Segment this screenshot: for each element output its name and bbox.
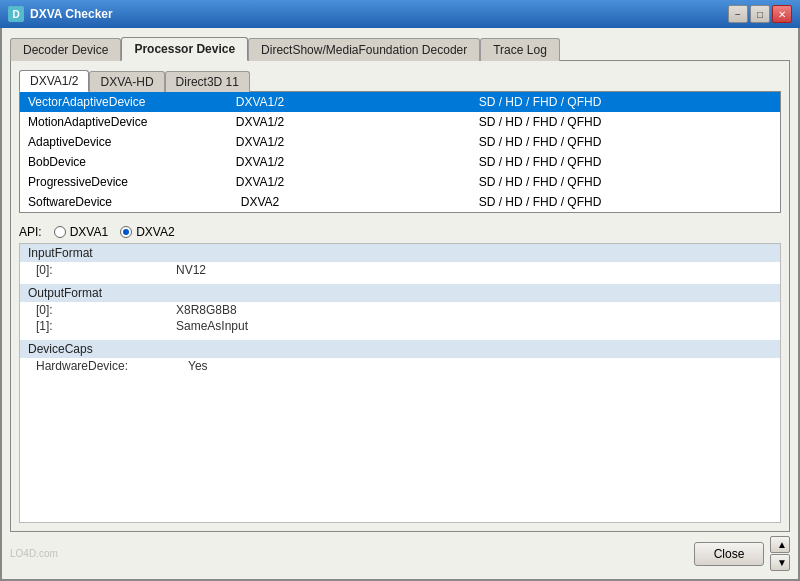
main-window: Decoder Device Processor Device DirectSh… xyxy=(0,28,800,581)
section-header-outputformat: OutputFormat xyxy=(20,284,780,302)
title-bar: D DXVA Checker − □ ✕ xyxy=(0,0,800,28)
api-dxva2-label: DXVA2 xyxy=(136,225,174,239)
row-label: [1]: xyxy=(36,319,116,333)
device-table-row[interactable]: ProgressiveDevice DXVA1/2 SD / HD / FHD … xyxy=(20,172,780,192)
api-row: API: DXVA1 DXVA2 xyxy=(19,221,781,243)
device-table-row[interactable]: AdaptiveDevice DXVA1/2 SD / HD / FHD / Q… xyxy=(20,132,780,152)
device-api: DXVA1/2 xyxy=(220,112,300,132)
device-name: SoftwareDevice xyxy=(20,192,220,212)
section-header-devicecaps: DeviceCaps xyxy=(20,340,780,358)
device-name: VectorAdaptiveDevice xyxy=(20,92,220,112)
device-name: BobDevice xyxy=(20,152,220,172)
app-icon: D xyxy=(8,6,24,22)
device-api: DXVA1/2 xyxy=(220,92,300,112)
device-formats: SD / HD / FHD / QFHD xyxy=(300,192,780,212)
tab-directshow[interactable]: DirectShow/MediaFoundation Decoder xyxy=(248,38,480,61)
device-table-row[interactable]: SoftwareDevice DXVA2 SD / HD / FHD / QFH… xyxy=(20,192,780,212)
inner-tab-dxvahd[interactable]: DXVA-HD xyxy=(89,71,164,92)
device-formats: SD / HD / FHD / QFHD xyxy=(300,92,780,112)
row-value: SameAsInput xyxy=(176,319,248,333)
device-name: ProgressiveDevice xyxy=(20,172,220,192)
device-api: DXVA1/2 xyxy=(220,152,300,172)
row-label: HardwareDevice: xyxy=(36,359,128,373)
device-table-row[interactable]: VectorAdaptiveDevice DXVA1/2 SD / HD / F… xyxy=(20,92,780,112)
tab-processor-device[interactable]: Processor Device xyxy=(121,37,248,61)
api-dxva1-label: DXVA1 xyxy=(70,225,108,239)
scroll-up-button[interactable]: ▲ xyxy=(770,536,790,553)
radio-dxva2[interactable] xyxy=(120,226,132,238)
section-row: [1]: SameAsInput xyxy=(20,318,780,334)
device-table-row[interactable]: MotionAdaptiveDevice DXVA1/2 SD / HD / F… xyxy=(20,112,780,132)
row-label: [0]: xyxy=(36,303,116,317)
section-row: HardwareDevice: Yes xyxy=(20,358,780,374)
section-header-inputformat: InputFormat xyxy=(20,244,780,262)
api-dxva1-group[interactable]: DXVA1 xyxy=(54,225,108,239)
device-api: DXVA1/2 xyxy=(220,132,300,152)
top-tab-bar: Decoder Device Processor Device DirectSh… xyxy=(10,36,790,60)
watermark: LO4D.com xyxy=(10,548,688,559)
device-formats: SD / HD / FHD / QFHD xyxy=(300,132,780,152)
radio-dxva1[interactable] xyxy=(54,226,66,238)
inner-tab-dxva12[interactable]: DXVA1/2 xyxy=(19,70,89,92)
device-formats: SD / HD / FHD / QFHD xyxy=(300,152,780,172)
device-formats: SD / HD / FHD / QFHD xyxy=(300,172,780,192)
section-row: [0]: NV12 xyxy=(20,262,780,278)
title-bar-text: DXVA Checker xyxy=(30,7,728,21)
info-scroll-area[interactable]: InputFormat [0]: NV12 OutputFormat [0]: … xyxy=(19,243,781,523)
inner-tab-direct3d11[interactable]: Direct3D 11 xyxy=(165,71,250,92)
api-dxva2-group[interactable]: DXVA2 xyxy=(120,225,174,239)
device-api: DXVA2 xyxy=(220,192,300,212)
device-table-container: VectorAdaptiveDevice DXVA1/2 SD / HD / F… xyxy=(19,91,781,213)
tab-trace-log[interactable]: Trace Log xyxy=(480,38,560,61)
bottom-bar: LO4D.com Close ▲ ▼ xyxy=(10,532,790,571)
tab-decoder-device[interactable]: Decoder Device xyxy=(10,38,121,61)
row-label: [0]: xyxy=(36,263,116,277)
close-button[interactable]: Close xyxy=(694,542,764,566)
row-value: NV12 xyxy=(176,263,206,277)
device-api: DXVA1/2 xyxy=(220,172,300,192)
close-window-button[interactable]: ✕ xyxy=(772,5,792,23)
api-label: API: xyxy=(19,225,42,239)
section-row: [0]: X8R8G8B8 xyxy=(20,302,780,318)
device-table: VectorAdaptiveDevice DXVA1/2 SD / HD / F… xyxy=(20,92,780,212)
device-table-row[interactable]: BobDevice DXVA1/2 SD / HD / FHD / QFHD xyxy=(20,152,780,172)
row-value: X8R8G8B8 xyxy=(176,303,237,317)
maximize-button[interactable]: □ xyxy=(750,5,770,23)
row-value: Yes xyxy=(188,359,208,373)
device-name: AdaptiveDevice xyxy=(20,132,220,152)
minimize-button[interactable]: − xyxy=(728,5,748,23)
device-name: MotionAdaptiveDevice xyxy=(20,112,220,132)
title-bar-buttons: − □ ✕ xyxy=(728,5,792,23)
inner-tab-bar: DXVA1/2 DXVA-HD Direct3D 11 xyxy=(19,69,781,91)
scroll-down-button[interactable]: ▼ xyxy=(770,554,790,571)
device-formats: SD / HD / FHD / QFHD xyxy=(300,112,780,132)
tab-content: DXVA1/2 DXVA-HD Direct3D 11 VectorAdapti… xyxy=(10,60,790,532)
